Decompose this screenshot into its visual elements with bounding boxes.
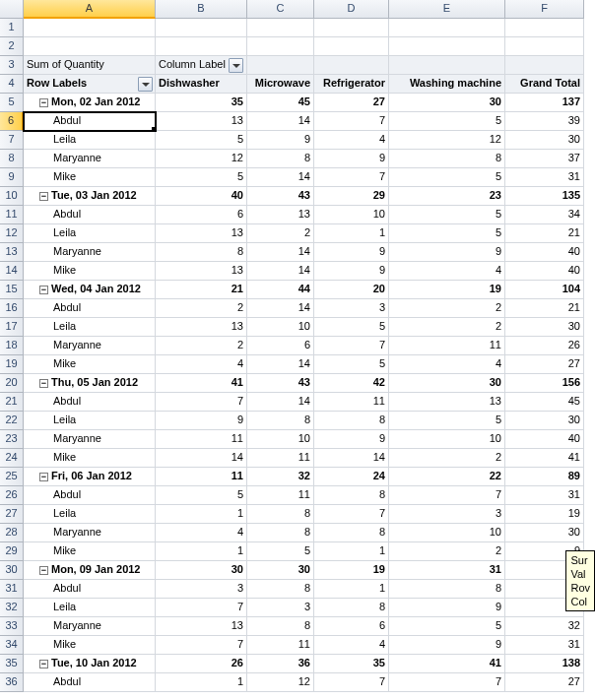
data-cell[interactable]: 2 bbox=[247, 224, 314, 243]
data-cell[interactable]: 2 bbox=[389, 449, 505, 468]
cell[interactable] bbox=[505, 37, 584, 56]
group-row-label[interactable]: −Tue, 10 Jan 2012 bbox=[24, 655, 156, 673]
data-cell[interactable]: 30 bbox=[389, 94, 505, 112]
data-cell[interactable]: 104 bbox=[505, 281, 584, 299]
data-cell[interactable]: 31 bbox=[505, 168, 584, 187]
data-cell[interactable]: 9 bbox=[247, 131, 314, 150]
data-cell[interactable]: 40 bbox=[505, 262, 584, 281]
data-cell[interactable]: 7 bbox=[389, 486, 505, 505]
data-cell[interactable]: 9 bbox=[314, 262, 389, 281]
row-header-5[interactable]: 5 bbox=[0, 94, 24, 112]
data-cell[interactable]: 5 bbox=[389, 224, 505, 243]
data-cell[interactable]: 7 bbox=[156, 599, 247, 617]
item-row-label[interactable]: Abdul bbox=[24, 673, 156, 692]
data-cell[interactable]: 31 bbox=[505, 636, 584, 655]
data-cell[interactable]: 1 bbox=[314, 542, 389, 561]
item-row-label[interactable]: Maryanne bbox=[24, 150, 156, 168]
data-cell[interactable]: 8 bbox=[389, 150, 505, 168]
data-cell[interactable]: 6 bbox=[247, 337, 314, 355]
data-cell[interactable]: 5 bbox=[389, 168, 505, 187]
data-cell[interactable]: 1 bbox=[156, 542, 247, 561]
row-header-28[interactable]: 28 bbox=[0, 524, 24, 542]
data-cell[interactable]: 14 bbox=[247, 393, 314, 412]
data-cell[interactable]: 7 bbox=[156, 636, 247, 655]
data-cell[interactable]: 7 bbox=[314, 505, 389, 524]
data-cell[interactable]: 14 bbox=[247, 262, 314, 281]
data-cell[interactable]: 21 bbox=[505, 224, 584, 243]
column-header[interactable]: Microwave bbox=[247, 75, 314, 94]
data-cell[interactable]: 10 bbox=[389, 524, 505, 542]
data-cell[interactable]: 30 bbox=[247, 561, 314, 580]
data-cell[interactable]: 27 bbox=[314, 94, 389, 112]
data-cell[interactable]: 37 bbox=[505, 150, 584, 168]
row-header-16[interactable]: 16 bbox=[0, 299, 24, 318]
data-cell[interactable]: 30 bbox=[505, 524, 584, 542]
data-cell[interactable]: 22 bbox=[389, 468, 505, 486]
data-cell[interactable]: 5 bbox=[156, 486, 247, 505]
item-row-label[interactable]: Maryanne bbox=[24, 337, 156, 355]
data-cell[interactable]: 14 bbox=[247, 243, 314, 262]
item-row-label[interactable]: Maryanne bbox=[24, 243, 156, 262]
data-cell[interactable]: 13 bbox=[156, 617, 247, 636]
data-cell[interactable]: 14 bbox=[247, 355, 314, 374]
row-header-3[interactable]: 3 bbox=[0, 56, 24, 75]
row-labels-header[interactable]: Row Labels bbox=[24, 75, 156, 94]
data-cell[interactable]: 8 bbox=[314, 486, 389, 505]
data-cell[interactable]: 7 bbox=[314, 112, 389, 131]
data-cell[interactable]: 1 bbox=[314, 224, 389, 243]
data-cell[interactable]: 45 bbox=[247, 94, 314, 112]
collapse-icon[interactable]: − bbox=[39, 192, 48, 201]
row-labels-filter-button[interactable] bbox=[138, 77, 153, 92]
data-cell[interactable]: 9 bbox=[389, 599, 505, 617]
collapse-icon[interactable]: − bbox=[39, 286, 48, 294]
col-header-F[interactable]: F bbox=[505, 0, 584, 19]
row-header-24[interactable]: 24 bbox=[0, 449, 24, 468]
data-cell[interactable]: 13 bbox=[247, 206, 314, 224]
data-cell[interactable]: 5 bbox=[389, 412, 505, 430]
row-header-6[interactable]: 6 bbox=[0, 112, 24, 131]
data-cell[interactable]: 5 bbox=[156, 168, 247, 187]
row-header-15[interactable]: 15 bbox=[0, 281, 24, 299]
row-header-32[interactable]: 32 bbox=[0, 599, 24, 617]
row-header-8[interactable]: 8 bbox=[0, 150, 24, 168]
collapse-icon[interactable]: − bbox=[39, 660, 48, 668]
data-cell[interactable]: 5 bbox=[389, 112, 505, 131]
row-header-4[interactable]: 4 bbox=[0, 75, 24, 94]
data-cell[interactable]: 19 bbox=[389, 281, 505, 299]
data-cell[interactable]: 19 bbox=[314, 561, 389, 580]
row-header-27[interactable]: 27 bbox=[0, 505, 24, 524]
data-cell[interactable]: 8 bbox=[389, 580, 505, 599]
column-header[interactable]: Refrigerator bbox=[314, 75, 389, 94]
row-header-31[interactable]: 31 bbox=[0, 580, 24, 599]
data-cell[interactable]: 13 bbox=[389, 393, 505, 412]
data-cell[interactable]: 8 bbox=[247, 412, 314, 430]
cell[interactable] bbox=[505, 19, 584, 37]
data-cell[interactable]: 30 bbox=[505, 318, 584, 337]
cell[interactable] bbox=[247, 19, 314, 37]
data-cell[interactable]: 13 bbox=[156, 224, 247, 243]
data-cell[interactable]: 7 bbox=[156, 393, 247, 412]
data-cell[interactable]: 8 bbox=[247, 617, 314, 636]
item-row-label[interactable]: Abdul bbox=[24, 393, 156, 412]
col-header-B[interactable]: B bbox=[156, 0, 247, 19]
data-cell[interactable]: 31 bbox=[505, 486, 584, 505]
cell[interactable] bbox=[389, 19, 505, 37]
data-cell[interactable]: 8 bbox=[247, 150, 314, 168]
item-row-label[interactable]: Leila bbox=[24, 224, 156, 243]
item-row-label[interactable]: Leila bbox=[24, 505, 156, 524]
row-header-21[interactable]: 21 bbox=[0, 393, 24, 412]
row-header-9[interactable]: 9 bbox=[0, 168, 24, 187]
data-cell[interactable]: 36 bbox=[247, 655, 314, 673]
data-cell[interactable]: 7 bbox=[314, 673, 389, 692]
row-header-20[interactable]: 20 bbox=[0, 374, 24, 393]
data-cell[interactable]: 1 bbox=[156, 673, 247, 692]
data-cell[interactable]: 41 bbox=[389, 655, 505, 673]
data-cell[interactable]: 13 bbox=[156, 262, 247, 281]
data-cell[interactable]: 3 bbox=[156, 580, 247, 599]
data-cell[interactable]: 41 bbox=[505, 449, 584, 468]
row-header-36[interactable]: 36 bbox=[0, 673, 24, 692]
data-cell[interactable]: 7 bbox=[314, 168, 389, 187]
cell[interactable] bbox=[247, 37, 314, 56]
data-cell[interactable]: 12 bbox=[389, 131, 505, 150]
row-header-17[interactable]: 17 bbox=[0, 318, 24, 337]
